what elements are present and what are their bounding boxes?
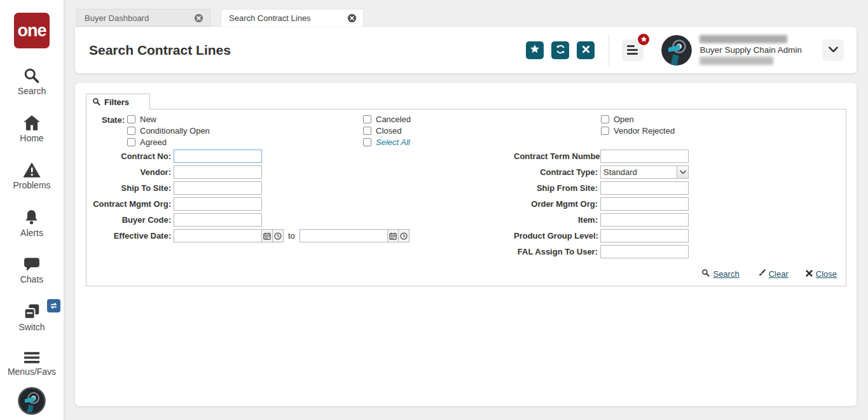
page-title: Search Contract Lines (89, 43, 231, 58)
tab-buyer-dashboard[interactable]: Buyer Dashboard (76, 9, 210, 27)
sidebar-item-label: Problems (13, 180, 50, 190)
checkbox[interactable] (127, 115, 135, 123)
tab-search-contract-lines[interactable]: Search Contract Lines (221, 9, 364, 29)
search-action[interactable]: Search (701, 268, 739, 279)
checkbox-conditionally-open[interactable]: Conditionally Open (127, 127, 210, 135)
effective-date-to-time-button[interactable] (399, 229, 410, 242)
sidebar-item-home[interactable]: Home (20, 115, 43, 143)
ship-from-site-input[interactable] (600, 181, 689, 195)
close-icon (582, 45, 590, 55)
contract-no-label: Contract No: (88, 151, 171, 161)
contract-term-number-input[interactable] (600, 150, 689, 163)
clear-link[interactable]: Clear (769, 269, 789, 279)
checkbox[interactable] (363, 138, 371, 146)
close-page-button[interactable] (577, 41, 595, 59)
filters-legend-tab[interactable]: Filters (86, 94, 150, 110)
effective-date-to-input[interactable] (300, 229, 388, 242)
chevron-down-icon[interactable] (677, 166, 688, 178)
filters-left-column: Contract No: Vendor: Ship To Site: Contr… (88, 150, 410, 245)
close-x-icon (806, 268, 813, 279)
effective-date-from-calendar-button[interactable] (262, 229, 273, 242)
checkbox-open[interactable]: Open (601, 115, 675, 123)
user-menu-chevron-button[interactable] (822, 39, 844, 61)
main-area: Buyer Dashboard Search Contract Lines Se… (64, 0, 868, 420)
one-network-logo[interactable]: one (14, 13, 50, 48)
state-column-1: New Conditionally Open Agreed (127, 115, 210, 146)
search-link[interactable]: Search (713, 269, 739, 279)
favorite-button[interactable] (526, 41, 544, 59)
problems-icon (22, 162, 41, 178)
contract-type-select[interactable]: Standard (600, 165, 689, 179)
sidebar-item-chats[interactable]: Chats (20, 256, 44, 284)
checkbox-new[interactable]: New (127, 115, 210, 123)
checkbox-agreed[interactable]: Agreed (127, 138, 210, 146)
switch-icon (23, 303, 41, 320)
workspace-tabstrip: Buyer Dashboard Search Contract Lines (76, 9, 364, 29)
effective-date-label: Effective Date: (88, 231, 171, 241)
contract-mgmt-org-input[interactable] (174, 197, 262, 211)
checkbox[interactable] (363, 115, 371, 123)
checkbox[interactable] (127, 138, 135, 146)
checkbox-closed[interactable]: Closed (363, 127, 411, 135)
filters-legend-label: Filters (104, 97, 129, 107)
neo-assistant-icon[interactable] (18, 387, 46, 417)
ship-from-site-label: Ship From Site: (514, 183, 598, 193)
state-column-3: Open Vendor Rejected (601, 115, 675, 135)
user-info[interactable]: Buyer Supply Chain Admin (699, 35, 802, 65)
checkbox[interactable] (127, 127, 135, 135)
switch-arrows-icon[interactable] (47, 299, 60, 312)
chevron-down-icon (829, 45, 838, 55)
sidebar-item-menus-favs[interactable]: Menus/Favs (8, 351, 56, 377)
checkbox-vendor-rejected[interactable]: Vendor Rejected (601, 127, 675, 135)
fal-assign-to-user-label: FAL Assign To User: (514, 247, 598, 256)
effective-date-to-calendar-button[interactable] (388, 229, 399, 242)
effective-date-to-text: to (288, 231, 295, 241)
tab-close-icon[interactable] (194, 13, 203, 23)
tab-label: Buyer Dashboard (85, 13, 194, 23)
close-action[interactable]: Close (806, 268, 837, 279)
buyer-code-input[interactable] (174, 213, 262, 227)
ship-to-site-input[interactable] (174, 181, 262, 195)
close-link[interactable]: Close (816, 269, 837, 279)
checkbox-canceled[interactable]: Canceled (363, 115, 411, 123)
product-group-level-label: Product Group Level: (514, 231, 598, 241)
effective-date-from-time-button[interactable] (273, 229, 284, 242)
fal-assign-to-user-input[interactable] (600, 245, 689, 258)
contract-type-label: Contract Type: (514, 167, 598, 177)
sidebar-item-switch[interactable]: Switch (18, 303, 45, 332)
sidebar-item-label: Menus/Favs (8, 367, 56, 377)
tab-label: Search Contract Lines (229, 13, 347, 23)
user-name-redacted (699, 35, 787, 43)
checkbox-select-all[interactable]: Select All (363, 138, 411, 146)
item-input[interactable] (600, 213, 689, 227)
star-badge-icon (637, 32, 651, 46)
checkbox[interactable] (363, 127, 371, 135)
hamburger-icon (627, 45, 635, 47)
filters-actions: Search Clear Close (701, 268, 837, 279)
refresh-button[interactable] (551, 41, 569, 59)
state-column-2: Canceled Closed Select All (363, 115, 411, 146)
sidebar-item-label: Alerts (20, 228, 43, 238)
order-mgmt-org-input[interactable] (600, 197, 689, 211)
vendor-input[interactable] (174, 165, 262, 179)
user-avatar[interactable] (661, 35, 692, 66)
sidebar-item-alerts[interactable]: Alerts (20, 209, 43, 238)
effective-date-from-input[interactable] (174, 229, 262, 242)
sidebar-item-search[interactable]: Search (18, 67, 46, 96)
tab-close-icon[interactable] (347, 13, 357, 23)
checkbox[interactable] (601, 115, 609, 123)
sidebar: one Search Home Problems Alerts Chats (0, 0, 64, 420)
checkbox[interactable] (601, 127, 609, 135)
header-divider (609, 34, 609, 66)
product-group-level-input[interactable] (600, 229, 689, 242)
sidebar-item-problems[interactable]: Problems (13, 162, 50, 190)
contract-term-number-label: Contract Term Number: (514, 151, 598, 161)
menus-icon (23, 351, 41, 365)
sidebar-item-label: Home (20, 133, 43, 143)
state-label: State: (86, 115, 125, 125)
user-org-redacted (699, 57, 773, 65)
search-icon (701, 268, 710, 279)
ship-to-site-label: Ship To Site: (88, 183, 171, 193)
contract-no-input[interactable] (174, 150, 262, 163)
clear-action[interactable]: Clear (757, 268, 789, 279)
